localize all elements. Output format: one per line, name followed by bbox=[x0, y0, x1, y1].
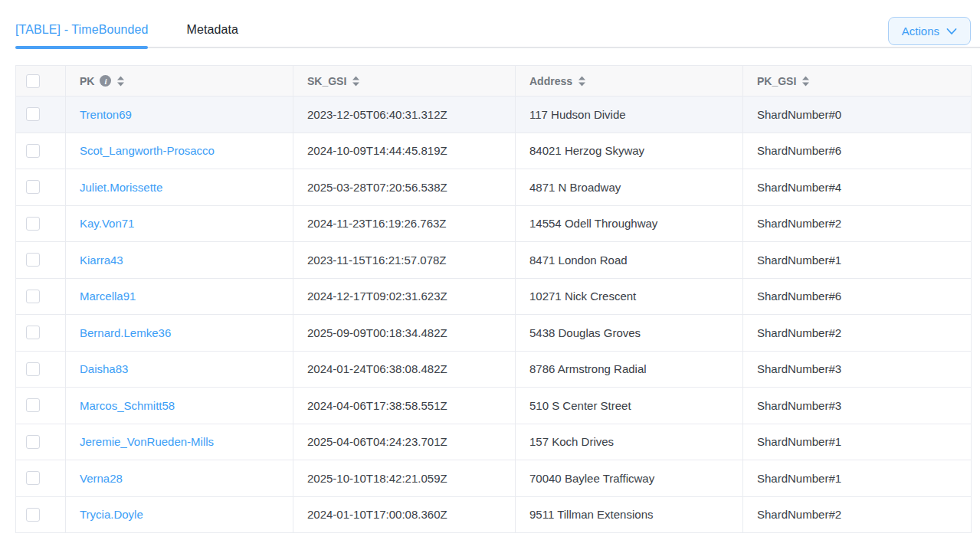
row-select-cell bbox=[16, 133, 66, 169]
table-row: Trycia.Doyle 2024-01-10T17:00:08.360Z 95… bbox=[16, 496, 972, 533]
table-row: Daisha83 2024-01-24T06:38:08.482Z 8786 A… bbox=[16, 351, 972, 388]
column-header-label: Address bbox=[529, 75, 572, 87]
row-checkbox[interactable] bbox=[26, 144, 40, 158]
table-row: Marcos_Schmitt58 2024-04-06T17:38:58.551… bbox=[16, 388, 972, 424]
address-cell: 117 Hudson Divide bbox=[516, 97, 743, 133]
pk-link[interactable]: Kay.Von71 bbox=[80, 217, 134, 230]
row-checkbox[interactable] bbox=[26, 290, 40, 303]
address-cell: 157 Koch Drives bbox=[516, 424, 743, 460]
pk-link[interactable]: Jeremie_VonRueden-Mills bbox=[80, 435, 214, 448]
pk-cell: Kay.Von71 bbox=[66, 205, 293, 242]
table-row: Trenton69 2023-12-05T06:40:31.312Z 117 H… bbox=[16, 97, 972, 133]
table-row: Bernard.Lemke36 2025-09-09T00:18:34.482Z… bbox=[16, 315, 972, 352]
table-row: Kay.Von71 2024-11-23T16:19:26.763Z 14554… bbox=[16, 205, 972, 242]
pk-link[interactable]: Bernard.Lemke36 bbox=[80, 326, 171, 339]
pk-gsi-cell: ShardNumber#2 bbox=[743, 496, 972, 533]
sort-icon[interactable] bbox=[352, 76, 360, 87]
pk-link[interactable]: Daisha83 bbox=[80, 362, 128, 375]
address-cell: 14554 Odell Throughway bbox=[516, 205, 743, 242]
pk-link[interactable]: Trycia.Doyle bbox=[80, 508, 143, 521]
row-checkbox[interactable] bbox=[26, 326, 40, 339]
sk-gsi-cell: 2025-10-10T18:42:21.059Z bbox=[293, 460, 516, 497]
pk-gsi-cell: ShardNumber#0 bbox=[743, 97, 972, 133]
sort-icon[interactable] bbox=[578, 76, 586, 87]
address-cell: 8471 London Road bbox=[516, 242, 743, 279]
row-checkbox[interactable] bbox=[26, 180, 40, 194]
sk-gsi-cell: 2025-09-09T00:18:34.482Z bbox=[293, 315, 516, 352]
row-select-cell bbox=[16, 315, 66, 352]
row-checkbox[interactable] bbox=[26, 508, 40, 522]
column-header-address[interactable]: Address bbox=[516, 66, 743, 97]
info-icon[interactable]: i bbox=[100, 75, 111, 87]
select-all-checkbox[interactable] bbox=[26, 74, 40, 88]
chevron-down-icon bbox=[946, 28, 957, 35]
tab-table-timebounded[interactable]: [TABLE] - TimeBounded bbox=[15, 23, 148, 47]
select-all-cell bbox=[16, 66, 66, 97]
row-select-cell bbox=[16, 496, 66, 533]
pk-gsi-cell: ShardNumber#6 bbox=[743, 278, 972, 315]
pk-gsi-cell: ShardNumber#1 bbox=[743, 424, 972, 460]
row-checkbox[interactable] bbox=[26, 362, 40, 376]
sk-gsi-cell: 2024-10-09T14:44:45.819Z bbox=[293, 133, 516, 169]
sk-gsi-cell: 2025-03-28T07:20:56.538Z bbox=[293, 169, 516, 206]
pk-gsi-cell: ShardNumber#4 bbox=[743, 169, 972, 206]
address-cell: 84021 Herzog Skyway bbox=[516, 133, 743, 169]
pk-cell: Trycia.Doyle bbox=[66, 496, 293, 533]
row-select-cell bbox=[16, 242, 66, 279]
row-checkbox[interactable] bbox=[26, 253, 40, 267]
column-header-label: PK_GSI bbox=[757, 75, 796, 87]
tab-bar: [TABLE] - TimeBounded Metadata bbox=[15, 0, 980, 48]
pk-link[interactable]: Juliet.Morissette bbox=[80, 181, 162, 194]
column-header-sk-gsi[interactable]: SK_GSI bbox=[293, 66, 516, 97]
items-table: PK i SK_GSI bbox=[15, 65, 971, 533]
actions-button[interactable]: Actions bbox=[888, 17, 971, 45]
pk-link[interactable]: Verna28 bbox=[80, 472, 123, 485]
pk-cell: Bernard.Lemke36 bbox=[66, 315, 293, 352]
pk-gsi-cell: ShardNumber#2 bbox=[743, 315, 972, 352]
pk-gsi-cell: ShardNumber#3 bbox=[743, 388, 972, 424]
pk-cell: Trenton69 bbox=[66, 97, 293, 133]
pk-gsi-cell: ShardNumber#3 bbox=[743, 351, 972, 388]
row-checkbox[interactable] bbox=[26, 471, 40, 485]
pk-cell: Juliet.Morissette bbox=[66, 169, 293, 206]
sk-gsi-cell: 2025-04-06T04:24:23.701Z bbox=[293, 424, 516, 460]
pk-link[interactable]: Trenton69 bbox=[80, 108, 132, 121]
pk-cell: Marcos_Schmitt58 bbox=[66, 388, 293, 424]
row-select-cell bbox=[16, 97, 66, 133]
table-row: Scot_Langworth-Prosacco 2024-10-09T14:44… bbox=[16, 133, 972, 169]
sk-gsi-cell: 2024-12-17T09:02:31.623Z bbox=[293, 278, 516, 315]
sk-gsi-cell: 2024-04-06T17:38:58.551Z bbox=[293, 388, 516, 424]
sort-icon[interactable] bbox=[116, 76, 125, 87]
column-header-pk[interactable]: PK i bbox=[66, 66, 293, 97]
address-cell: 8786 Armstrong Radial bbox=[516, 351, 743, 388]
row-checkbox[interactable] bbox=[26, 398, 40, 412]
table-header-row: PK i SK_GSI bbox=[16, 66, 972, 97]
pk-cell: Jeremie_VonRueden-Mills bbox=[66, 424, 293, 460]
pk-cell: Scot_Langworth-Prosacco bbox=[66, 133, 293, 169]
pk-link[interactable]: Scot_Langworth-Prosacco bbox=[80, 144, 215, 157]
pk-link[interactable]: Marcos_Schmitt58 bbox=[80, 399, 175, 412]
row-checkbox[interactable] bbox=[26, 435, 40, 449]
column-header-pk-gsi[interactable]: PK_GSI bbox=[743, 66, 972, 97]
table-row: Marcella91 2024-12-17T09:02:31.623Z 1027… bbox=[16, 278, 972, 315]
address-cell: 5438 Douglas Groves bbox=[516, 315, 743, 352]
pk-cell: Marcella91 bbox=[66, 278, 293, 315]
pk-gsi-cell: ShardNumber#1 bbox=[743, 460, 972, 497]
pk-link[interactable]: Kiarra43 bbox=[80, 254, 123, 267]
sort-icon[interactable] bbox=[801, 76, 810, 87]
table-row: Verna28 2025-10-10T18:42:21.059Z 70040 B… bbox=[16, 460, 972, 497]
row-checkbox[interactable] bbox=[26, 217, 40, 231]
tab-metadata[interactable]: Metadata bbox=[186, 23, 238, 47]
pk-gsi-cell: ShardNumber#6 bbox=[743, 133, 972, 169]
sk-gsi-cell: 2024-01-10T17:00:08.360Z bbox=[293, 496, 516, 533]
pk-cell: Kiarra43 bbox=[66, 242, 293, 279]
pk-link[interactable]: Marcella91 bbox=[80, 290, 136, 303]
row-checkbox[interactable] bbox=[26, 107, 40, 121]
sk-gsi-cell: 2024-11-23T16:19:26.763Z bbox=[293, 205, 516, 242]
address-cell: 10271 Nick Crescent bbox=[516, 278, 743, 315]
row-select-cell bbox=[16, 351, 66, 388]
pk-cell: Verna28 bbox=[66, 460, 293, 497]
address-cell: 9511 Tillman Extensions bbox=[516, 496, 743, 533]
row-select-cell bbox=[16, 205, 66, 242]
address-cell: 4871 N Broadway bbox=[516, 169, 743, 206]
